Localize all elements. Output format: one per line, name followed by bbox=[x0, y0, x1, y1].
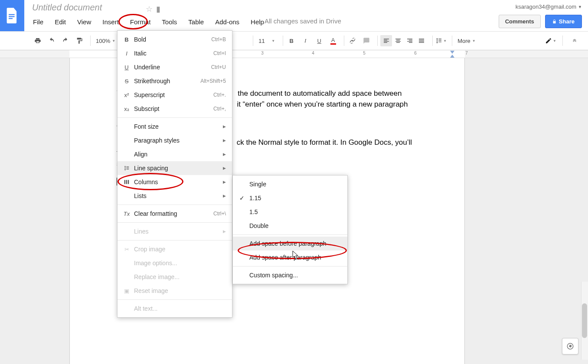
underline-button[interactable]: U bbox=[314, 35, 325, 46]
custom-spacing[interactable]: Custom spacing... bbox=[233, 268, 347, 282]
line-spacing-double[interactable]: Double bbox=[233, 219, 347, 233]
ruler[interactable]: 3 4 5 6 7 bbox=[0, 50, 588, 58]
svg-rect-4 bbox=[126, 180, 127, 184]
menu-superscript[interactable]: x²SuperscriptCtrl+. bbox=[118, 88, 232, 102]
menu-help[interactable]: Help bbox=[250, 17, 265, 26]
menu-format[interactable]: Format bbox=[129, 17, 152, 26]
italic-button[interactable]: I bbox=[300, 35, 311, 46]
bold-button[interactable]: B bbox=[286, 35, 297, 46]
menu-subscript[interactable]: x₂SubscriptCtrl+, bbox=[118, 102, 232, 116]
more-toolbar-button[interactable]: More▼ bbox=[455, 36, 478, 46]
comments-button[interactable]: Comments bbox=[499, 15, 541, 28]
ruler-right-indent-bottom-icon[interactable] bbox=[450, 55, 454, 58]
menu-italic[interactable]: IItalicCtrl+I bbox=[118, 46, 232, 60]
svg-rect-5 bbox=[128, 180, 129, 184]
menu-view[interactable]: View bbox=[76, 17, 92, 26]
body-text: the document to automatically add space … bbox=[238, 89, 402, 98]
menu-align[interactable]: Align▶ bbox=[118, 147, 232, 161]
menu-file[interactable]: File bbox=[32, 17, 44, 26]
align-right-button[interactable] bbox=[404, 35, 415, 46]
toolbar: 100%▼ 11▼ B I U A ▼ More▼ ▼ bbox=[0, 31, 588, 50]
explore-icon bbox=[566, 342, 574, 350]
line-spacing-1-5[interactable]: 1.5 bbox=[233, 205, 347, 219]
redo-button[interactable] bbox=[60, 35, 71, 46]
docs-icon bbox=[6, 8, 18, 23]
menu-paragraph-styles[interactable]: Paragraph styles▶ bbox=[118, 133, 232, 147]
menu-image-options: Image options... bbox=[118, 256, 232, 270]
svg-rect-2 bbox=[9, 18, 13, 19]
scrollbar-thumb[interactable] bbox=[582, 303, 587, 338]
menu-strikethrough[interactable]: SStrikethroughAlt+Shift+5 bbox=[118, 74, 232, 88]
ruler-num: 4 bbox=[312, 51, 314, 55]
save-status: All changes saved in Drive bbox=[265, 17, 341, 25]
menu-columns[interactable]: Columns▶ bbox=[118, 175, 232, 189]
check-icon: ✓ bbox=[237, 195, 247, 202]
align-center-button[interactable] bbox=[392, 35, 404, 46]
svg-rect-0 bbox=[9, 14, 15, 15]
print-button[interactable] bbox=[32, 35, 43, 46]
text-color-button[interactable]: A bbox=[327, 35, 339, 46]
menu-table[interactable]: Table bbox=[187, 17, 205, 26]
comment-button[interactable] bbox=[361, 35, 372, 46]
dropdown-icon: ▼ bbox=[578, 5, 582, 9]
menu-line-spacing[interactable]: Line spacing▶ bbox=[118, 161, 232, 175]
menu-insert[interactable]: Insert bbox=[101, 17, 120, 26]
add-space-after-paragraph[interactable]: Add space after paragraph bbox=[233, 250, 347, 264]
ruler-num: 6 bbox=[414, 51, 417, 55]
menu-alt-text: Alt text... bbox=[118, 302, 232, 315]
crop-icon: ✂ bbox=[122, 246, 131, 253]
link-button[interactable] bbox=[347, 35, 358, 46]
undo-button[interactable] bbox=[46, 35, 57, 46]
menu-clear-formatting[interactable]: TxClear formattingCtrl+\ bbox=[118, 207, 232, 221]
menu-crop-image: ✂Crop image bbox=[118, 242, 232, 256]
share-button[interactable]: Share bbox=[545, 15, 582, 28]
ruler-right-indent-icon[interactable] bbox=[450, 51, 454, 54]
explore-button[interactable] bbox=[562, 338, 578, 354]
star-icon[interactable]: ☆ bbox=[146, 4, 153, 14]
editing-mode-button[interactable]: ▼ bbox=[545, 35, 556, 46]
docs-logo[interactable] bbox=[0, 0, 24, 31]
folder-icon[interactable]: ▮ bbox=[156, 4, 160, 14]
menu-font-size[interactable]: Font size▶ bbox=[118, 120, 232, 133]
menu-bar: File Edit View Insert Format Tools Table… bbox=[32, 17, 265, 26]
zoom-dropdown[interactable]: 100%▼ bbox=[93, 36, 118, 46]
menu-reset-image: ▣Reset image bbox=[118, 284, 232, 298]
menu-bold[interactable]: BBoldCtrl+B bbox=[118, 32, 232, 46]
menu-lines: Lines▶ bbox=[118, 224, 232, 238]
menu-tools[interactable]: Tools bbox=[161, 17, 178, 26]
doc-title[interactable]: Untitled document bbox=[32, 3, 102, 13]
columns-icon bbox=[122, 179, 131, 185]
image-icon: ▣ bbox=[122, 288, 131, 294]
line-spacing-icon bbox=[122, 165, 131, 171]
align-justify-button[interactable] bbox=[415, 35, 427, 46]
font-size-dropdown[interactable]: 11▼ bbox=[256, 36, 278, 46]
line-spacing-single[interactable]: Single bbox=[233, 177, 347, 191]
svg-rect-3 bbox=[124, 180, 125, 184]
align-left-button[interactable] bbox=[380, 35, 392, 46]
ruler-num: 3 bbox=[261, 51, 264, 55]
line-spacing-1-15[interactable]: ✓1.15 bbox=[233, 191, 347, 205]
format-menu-dropdown: BBoldCtrl+B IItalicCtrl+I UUnderlineCtrl… bbox=[117, 30, 232, 318]
collapse-toolbar-button[interactable] bbox=[569, 35, 580, 46]
ruler-num: 5 bbox=[363, 51, 366, 55]
menu-replace-image: Replace image... bbox=[118, 270, 232, 284]
account-menu[interactable]: ksaragon34@gmail.com ▼ bbox=[516, 3, 582, 10]
lock-icon bbox=[552, 20, 556, 23]
svg-rect-1 bbox=[9, 16, 15, 17]
ruler-num: 7 bbox=[465, 51, 468, 55]
account-email: ksaragon34@gmail.com bbox=[516, 3, 576, 10]
line-spacing-button[interactable]: ▼ bbox=[435, 35, 447, 46]
line-spacing-submenu: Single ✓1.15 1.5 Double Add space before… bbox=[232, 175, 348, 284]
menu-lists[interactable]: Lists▶ bbox=[118, 189, 232, 203]
menu-addons[interactable]: Add-ons bbox=[214, 17, 240, 26]
doc-header: Untitled document ☆ ▮ File Edit View Ins… bbox=[24, 0, 588, 31]
menu-edit[interactable]: Edit bbox=[54, 17, 67, 26]
share-label: Share bbox=[559, 18, 575, 25]
add-space-before-paragraph[interactable]: Add space before paragraph bbox=[233, 237, 347, 250]
paint-format-button[interactable] bbox=[74, 35, 85, 46]
menu-underline[interactable]: UUnderlineCtrl+U bbox=[118, 60, 232, 74]
